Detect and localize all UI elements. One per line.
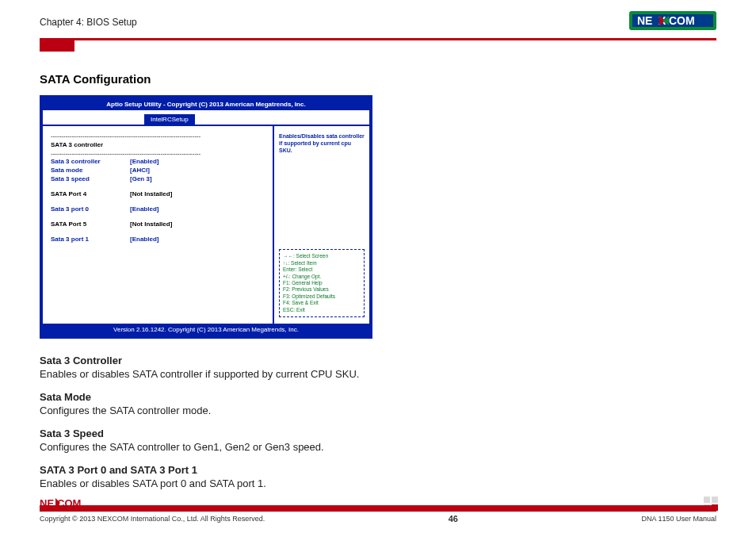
desc-heading: Sata 3 Controller <box>40 355 716 366</box>
bios-setting-key: SATA Port 4 <box>51 190 130 197</box>
bios-setting-row[interactable]: SATA Port 5[Not Installed] <box>51 220 265 228</box>
keyhelp-line: F4: Save & Exit <box>283 300 361 306</box>
bios-setting-value: [Enabled] <box>130 205 158 213</box>
keyhelp-line: →←: Select Screen <box>283 253 361 259</box>
page-title: SATA Configuration <box>40 72 716 86</box>
bios-footer: Version 2.16.1242. Copyright (C) 2013 Am… <box>43 324 369 336</box>
description-section: Sata 3 ControllerEnables or disables SAT… <box>40 355 716 489</box>
keyhelp-line: F2: Previous Values <box>283 286 361 293</box>
bios-setting-row[interactable]: SATA Port 4[Not Installed] <box>51 190 265 198</box>
bios-setting-value: [Not Installed] <box>130 190 172 197</box>
desc-text: Configures the SATA controller mode. <box>40 405 716 416</box>
bios-setting-key: SATA Port 5 <box>51 220 130 228</box>
bios-keyhelp: →←: Select Screen↑↓: Select ItemEnter: S… <box>279 249 365 317</box>
bios-setting-row[interactable]: Sata 3 port 0[Enabled] <box>51 205 265 213</box>
keyhelp-line: Enter: Select <box>283 266 361 273</box>
desc-text: Enables or disables SATA port 0 and SATA… <box>40 477 716 489</box>
bios-section-label: SATA 3 controller <box>51 140 265 150</box>
bios-titlebar: Aptio Setup Utility - Copyright (C) 2013… <box>43 98 369 110</box>
desc-text: Enables or disables SATA controller if s… <box>40 368 716 380</box>
bios-setting-value: [Enabled] <box>130 158 158 165</box>
svg-rect-11 <box>712 497 718 503</box>
bios-setting-row[interactable]: Sata 3 port 1[Enabled] <box>51 235 265 243</box>
svg-text:COM: COM <box>669 14 695 27</box>
bios-setting-key: Sata mode <box>51 167 130 174</box>
chapter-label: Chapter 4: BIOS Setup <box>40 17 137 28</box>
manual-name: DNA 1150 User Manual <box>641 515 716 523</box>
header-tab-marker <box>40 40 74 52</box>
bios-help-text: Enables/Disables sata controller if supp… <box>279 132 365 154</box>
keyhelp-line: ESC: Exit <box>283 307 361 313</box>
divider-line: ----------------------------------------… <box>51 132 265 140</box>
brand-logo: NE X COM <box>629 10 716 35</box>
divider-line: ----------------------------------------… <box>51 150 265 157</box>
desc-heading: Sata Mode <box>40 391 716 403</box>
bios-main-panel: ----------------------------------------… <box>43 126 274 324</box>
desc-heading: Sata 3 Speed <box>40 428 716 439</box>
bios-setting-value: [Not Installed] <box>130 220 172 228</box>
svg-rect-10 <box>704 497 710 503</box>
header-divider <box>40 38 716 40</box>
bios-window: Aptio Setup Utility - Copyright (C) 2013… <box>40 95 372 339</box>
desc-heading: SATA 3 Port 0 and SATA 3 Port 1 <box>40 464 716 476</box>
bios-setting-value: [Gen 3] <box>130 175 152 182</box>
svg-text:NE: NE <box>637 14 652 27</box>
bios-setting-row[interactable]: Sata 3 speed[Gen 3] <box>51 174 265 183</box>
bios-setting-key: Sata 3 port 0 <box>51 205 130 213</box>
bios-setting-key: Sata 3 speed <box>51 175 130 182</box>
bios-setting-row[interactable]: Sata mode[AHCI] <box>51 166 265 174</box>
bios-tab-row: IntelRCSetup <box>43 110 369 126</box>
keyhelp-line: F1: General Help <box>283 280 361 286</box>
page-number: 46 <box>449 514 458 523</box>
footer-copyright: Copyright © 2013 NEXCOM International Co… <box>40 515 265 523</box>
bios-tab-intelrc[interactable]: IntelRCSetup <box>144 114 195 125</box>
bios-setting-value: [AHCI] <box>130 167 150 174</box>
bios-setting-row[interactable]: Sata 3 controller[Enabled] <box>51 157 265 166</box>
keyhelp-line: F3: Optimized Defaults <box>283 293 361 300</box>
bios-help-panel: Enables/Disables sata controller if supp… <box>274 126 369 324</box>
keyhelp-line: ↑↓: Select Item <box>283 260 361 266</box>
keyhelp-line: +/-: Change Opt. <box>283 274 361 280</box>
bios-setting-key: Sata 3 controller <box>51 158 130 165</box>
footer-divider <box>40 505 716 512</box>
bios-setting-value: [Enabled] <box>130 236 158 243</box>
bios-setting-key: Sata 3 port 1 <box>51 236 130 243</box>
desc-text: Configures the SATA controller to Gen1, … <box>40 441 716 453</box>
